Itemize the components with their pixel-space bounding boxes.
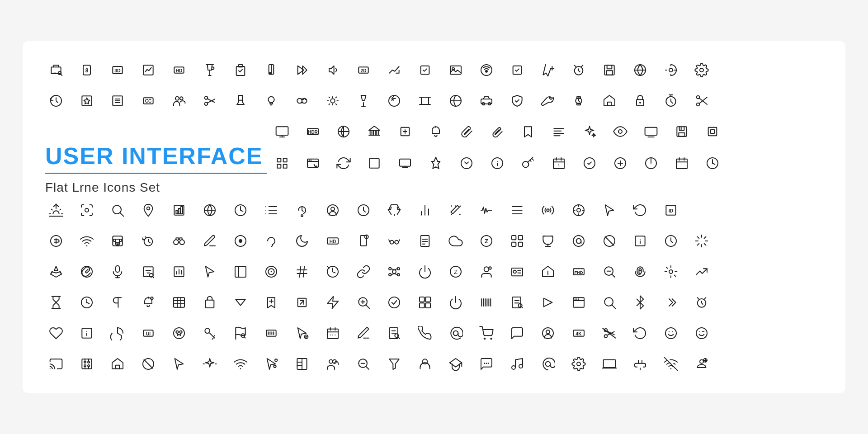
hd-icon: HD xyxy=(164,55,194,85)
svg-line-85 xyxy=(699,97,707,104)
svg-line-54 xyxy=(208,99,215,103)
svg-point-155 xyxy=(85,208,89,212)
key-lock xyxy=(194,318,225,349)
bell xyxy=(420,116,451,147)
power-off xyxy=(440,287,471,318)
svg-point-61 xyxy=(302,99,307,104)
svg-rect-117 xyxy=(283,165,287,168)
svg-point-402 xyxy=(275,359,277,361)
svg-rect-34 xyxy=(607,65,612,69)
svg-line-243 xyxy=(698,244,699,245)
arrow-right xyxy=(533,287,563,318)
icon-row-8 xyxy=(41,287,827,318)
svg-point-215 xyxy=(395,241,398,244)
svg-line-330 xyxy=(521,307,523,308)
test-tube xyxy=(225,85,256,116)
refresh xyxy=(328,148,359,179)
svg-line-268 xyxy=(327,266,329,268)
settings-2 xyxy=(563,349,594,379)
svg-point-298 xyxy=(151,297,153,299)
svg-line-275 xyxy=(394,269,397,270)
add-box xyxy=(390,116,420,147)
link-tag xyxy=(348,256,379,287)
svg-line-311 xyxy=(366,305,369,308)
svg-line-21 xyxy=(389,70,392,73)
timer-undo xyxy=(133,226,164,256)
wine-glass xyxy=(348,85,379,116)
gear-icon xyxy=(686,55,717,85)
grid-globe xyxy=(328,116,359,147)
svg-point-66 xyxy=(389,95,400,106)
binoculars xyxy=(164,226,194,256)
cursor-check xyxy=(287,318,317,349)
svg-rect-113 xyxy=(711,130,714,133)
svg-line-253 xyxy=(152,277,154,278)
recent-clock xyxy=(225,195,256,226)
apps-grid xyxy=(410,287,440,318)
svg-rect-162 xyxy=(181,207,183,214)
checkmark-circle xyxy=(574,148,605,179)
check-all xyxy=(379,287,410,318)
svg-point-381 xyxy=(665,328,676,339)
cast xyxy=(41,349,71,379)
svg-rect-396 xyxy=(116,365,119,369)
cloud xyxy=(440,226,471,256)
svg-line-132 xyxy=(532,158,533,160)
svg-rect-226 xyxy=(519,242,523,246)
dollar-circle xyxy=(41,226,71,256)
svg-rect-122 xyxy=(369,158,379,168)
svg-rect-107 xyxy=(645,127,657,135)
svg-line-296 xyxy=(87,302,89,304)
bookmark xyxy=(513,116,543,147)
at-sign xyxy=(533,349,563,379)
svg-rect-258 xyxy=(235,266,246,277)
airplane xyxy=(41,256,71,287)
pie-chart xyxy=(636,148,666,179)
watch xyxy=(563,85,594,116)
home-simple xyxy=(594,85,625,116)
browser-window xyxy=(563,287,594,318)
svg-point-38 xyxy=(669,68,673,72)
timer xyxy=(656,85,686,116)
time xyxy=(348,195,379,226)
monitor-small xyxy=(390,148,420,179)
at-symbol xyxy=(440,318,471,349)
save-disk xyxy=(666,116,697,147)
svg-point-184 xyxy=(455,205,457,207)
svg-point-172 xyxy=(301,215,303,217)
2d-badge: 2D xyxy=(348,55,379,85)
main-card: 83DHD2D CC USER INTERFACE Flat Lrne Icon… xyxy=(23,41,845,393)
svg-point-420 xyxy=(519,364,523,368)
grid-dots xyxy=(256,318,287,349)
svg-point-183 xyxy=(451,214,452,215)
svg-point-60 xyxy=(297,99,302,104)
chart-bar xyxy=(164,195,194,226)
svg-point-197 xyxy=(577,208,580,212)
power-plug xyxy=(625,349,656,379)
clock-circle xyxy=(697,148,728,179)
record-circle xyxy=(225,226,256,256)
search-minus-2 xyxy=(348,349,379,379)
search-doc-2 xyxy=(379,318,410,349)
svg-rect-212 xyxy=(360,236,366,246)
svg-point-334 xyxy=(576,298,578,300)
globe-block xyxy=(594,226,625,256)
svg-rect-326 xyxy=(512,297,521,308)
globe-2 xyxy=(440,85,471,116)
svg-point-428 xyxy=(700,360,703,363)
main-title: USER INTERFACE xyxy=(45,143,267,169)
pen-edit xyxy=(194,226,225,256)
broadcast xyxy=(533,195,563,226)
table-edit xyxy=(164,287,194,318)
svg-point-292 xyxy=(669,270,673,274)
svg-rect-315 xyxy=(420,297,425,302)
svg-point-106 xyxy=(618,130,622,133)
svg-line-153 xyxy=(60,209,61,210)
menu-list xyxy=(502,195,533,226)
icon-row-7: ZFHD xyxy=(41,256,827,287)
recycle xyxy=(379,195,410,226)
square-frame xyxy=(697,116,728,147)
cc-badge: CC xyxy=(133,85,164,116)
svg-point-209 xyxy=(239,239,242,243)
svg-point-205 xyxy=(174,240,179,245)
